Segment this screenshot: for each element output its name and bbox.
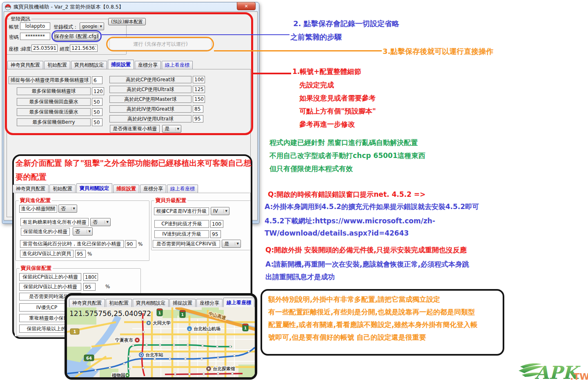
close-button[interactable]: ✕ [237,2,256,10]
upg-mode-value: IV [213,208,218,214]
chevron-down-icon: ▼ [105,220,110,224]
evo-switch-label: 進化小精靈開關 [19,205,57,213]
note-step1-line2: 先設定完成 [299,80,334,90]
tab-pokemon-config[interactable]: 神奇寶貝配置 [69,299,105,307]
upg-cp-input[interactable] [210,220,223,228]
svg-text:✈: ✈ [188,327,191,331]
note-step1-line4: 可點上方有個"預設腳本" [299,107,376,116]
tab-bar-map: 神奇寶貝配置 初始配置 寶貝相關設定 捕捉設置 座標分享 線上看座標 [69,297,254,307]
evolution-group-label: 寶貝進化配置 [19,197,52,204]
evo-iv-label: 進化此IV值以上的寶貝 [20,250,74,258]
tab-online-coords[interactable]: 線上看座標 [223,298,254,307]
note-step1-line5: 參考再進一步修改 [299,120,355,129]
upg-both-dropdown[interactable]: 是 ▼ [222,240,241,248]
upg-mode-dropdown[interactable]: IV ▼ [211,207,229,215]
map-label-market: 宁夏夜市 [115,338,133,343]
note-step2-line1: 2. 點擊保存會記錄一切設定省略 [293,19,399,29]
extra-note-line2: 有一些配置距離很近,有些則是分開,也就是說靠再一起的都是同類型 [268,307,475,317]
evo-bag-unit: % [138,241,143,247]
tab-capture-settings[interactable]: 捕捉設置 [113,185,139,193]
faq-q1: Q:開啟的時候有錯誤錯誤窗口提示net. 4.5.2 => [268,190,425,199]
note-green-line1: 程式內建已經針對 黑窗口進行亂碼自動解決配置 [270,138,418,147]
evo-switch-dropdown[interactable]: 否 ▼ [58,205,77,213]
evo-switch-value: 否 [61,205,66,212]
keep-cp-input[interactable] [83,273,98,281]
screenshot-root: 瘋寶貝脫機補助 - Var_2 當前外掛版本【0.8.5】 ✕ 登陸資訊 帳號：… [0,0,588,385]
evo-candy-dropdown[interactable]: 否 ▼ [90,218,111,226]
tab-capture-settings[interactable]: 捕捉設置 [169,299,196,307]
evo-candy-label: 有足夠糖果時進化所有小精靈 [20,218,89,226]
shield-expressway-64: 64 [86,356,92,361]
pokeball-icon [5,4,11,10]
title-bar: 瘋寶貝脫機補助 - Var_2 當前外掛版本【0.8.5】 [5,3,234,11]
window-title: 瘋寶貝脫機補助 - Var_2 當前外掛版本【0.8.5】 [13,4,124,11]
upg-mode-label: 根據CP還是IV進行升級 [154,207,209,215]
red-annotation-rect [5,12,253,135]
keep-iv-label: 保留此IV值以上的小精靈 [19,283,81,291]
note-step3: 3.點擊保存後就可以運行直接操作 [383,47,493,56]
faq-q2: Q:開啟外掛 安裝開頭的必備元件後,只提示安裝完成重開也沒反應 [265,245,467,255]
tab-coord-share[interactable]: 座標分享 [196,299,223,307]
map-label-museum: 台北探索馆 [213,366,235,372]
keep-group-label: 寶貝保留配置 [20,265,53,272]
tab-bar-config: 神奇寶貝配置 初始配置 寶貝相關設定 捕捉設置 座標分享 線上看座標 [13,184,198,193]
shield-national-1: 1 [244,326,247,330]
map-view[interactable]: 1 64 1 1 1 ✈ 大同大学 台北松山机场 [67,307,255,377]
note-green-line3: 但只有僅限使用本程式有效 [270,164,353,174]
close-icon: ✕ [244,4,248,9]
upg-cp-label: CP達到此值才升級 [154,220,209,228]
red-connector-line [253,73,291,74]
orange-connector-line [214,50,382,51]
shield-provincial-1: 1 [74,329,76,334]
config-header-line1: 全新介面配置 除了"狙擊"之外全部功能都已經移植出來可客製自己想 [16,158,251,169]
blue-annotation-oval [51,30,102,42]
chevron-down-icon: ▼ [223,209,229,213]
tab-pokemon-config[interactable]: 神奇寶貝配置 [13,185,49,193]
orange-annotation-oval [106,37,214,51]
note-step1-line3: 如果沒意見或者需要參考 [299,93,376,103]
note-step1-line1: 1.帳號+配置整體細節 [292,67,361,76]
tab-initial-config[interactable]: 初始配置 [49,185,76,193]
chevron-down-icon: ▼ [71,207,77,210]
evo-iv-input[interactable] [75,250,86,258]
map-label-station: 台北车站 [145,352,163,358]
tab-online-coords[interactable]: 線上看座標 [167,185,198,193]
evo-iv-unit: % [87,251,92,257]
map-label-garden: 植物园 [111,373,125,377]
evo-bag-label: 當背包佔滿此百分比時，進化已保留的小精靈 [20,240,124,248]
evo-bag-input[interactable] [125,240,136,248]
map-coordinates: 121.575756,25.040972 [69,309,151,318]
logo-tw-text: .TW [570,372,588,382]
faq-a1-line3: TW/download/details.aspx?id=42643 [265,229,409,237]
faq-a1-line1: A:外掛本身調用到4.5.2的擴充元件如果提示錯誤就去安裝4.5.2即可 [265,202,479,211]
keep-iv-unit: % [105,284,110,289]
faq-a1-line2: 4.5.2下載網址:https://www.microsoft.com/zh- [265,216,435,226]
shield-national-1: 1 [181,313,184,317]
upg-both-value: 是 [224,240,229,247]
tab-coord-share[interactable]: 座標分享 [140,185,166,193]
extra-note-line4: 號即可,但是要有個好的帳號 自己的設定還是很重要 [268,333,426,342]
blue-connector-line [102,34,290,35]
evo-keep-dropdown[interactable]: 否 ▼ [73,227,93,236]
tab-pokemon-related[interactable]: 寶貝相關設定 [133,299,169,307]
apk-tw-logo: APK .TW [518,358,588,383]
upgrade-group-label: 寶貝升級配置 [154,197,187,204]
faq-a2-line2: 出請重開訊息才是成功 [265,272,335,282]
tab-pokemon-related[interactable]: 寶貝相關設定 [76,183,112,193]
extra-note-line1: 額外特別說明,外掛中有非常多配置,請把它當成獨立設定 [268,295,440,304]
keep-iv-input[interactable] [83,283,96,291]
tab-initial-config[interactable]: 初始配置 [106,299,132,307]
chevron-down-icon: ▼ [87,230,92,233]
evo-keep-label: 保留能進化的小精靈 [21,228,70,236]
config-header-line2: 要的配置 [16,172,47,182]
faq-a2-line1: A:請新開機,再重開一次在安裝,應該就會恢復正常,必須程式本身跳 [265,260,469,269]
map-label-airport: 台北松山机场 [194,326,220,332]
chevron-down-icon: ▼ [235,242,241,245]
note-step2-line2: 之前繁雜的步驟 [290,32,342,42]
upg-both-label: 是否需要同時滿足CP和IV值 [153,240,220,248]
extra-note-line3: 配置屬性,或者有關連,看看應該不難設定,雖然本身外掛有簡化登入帳 [268,320,477,329]
evo-keep-value: 否 [75,228,80,235]
upg-iv-label: IV達到此值才升級 [154,230,209,238]
upg-iv-input[interactable] [210,230,221,238]
keep-cp-label: 保留此CP值以上的小精靈 [19,273,81,281]
